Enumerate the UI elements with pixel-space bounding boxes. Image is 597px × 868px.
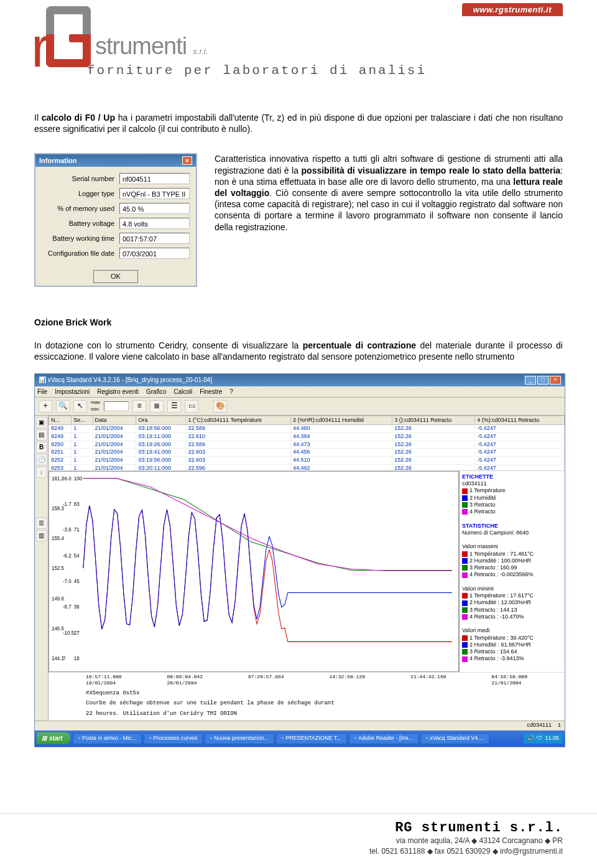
close-button[interactable]: × <box>550 376 561 385</box>
align-right-icon[interactable]: ☰ <box>167 400 181 413</box>
tool-clock-icon[interactable]: 🕐 <box>36 454 47 465</box>
table-row[interactable]: 8252121/01/200403:19:56.00022.60344.5101… <box>49 457 565 465</box>
menu-item[interactable]: Calcoli <box>174 388 192 396</box>
legend-item: 1 Température <box>462 487 562 494</box>
app-icon: ▫ <box>210 735 212 742</box>
table-row[interactable]: 8251121/01/200403:19:41.00022.60344.4561… <box>49 449 565 457</box>
brand-name: strumenti <box>95 33 187 60</box>
align-center-icon[interactable]: ≣ <box>150 400 164 413</box>
toolbar: + 🔍 ↖ max min ≡ ≣ ☰ ▭ 🎨 <box>35 398 565 416</box>
cursor-icon[interactable]: ↖ <box>73 400 87 413</box>
dialog-title: Information <box>39 156 77 165</box>
system-tray[interactable]: 🔊 🛡 11.05 <box>524 734 563 744</box>
plus-icon[interactable]: + <box>39 400 52 413</box>
dialog-row: Battery voltage4.8 volts <box>42 218 190 229</box>
tool-down-icon[interactable]: ↓ <box>36 467 47 478</box>
tool-c-icon[interactable]: ▥ <box>36 530 47 541</box>
dialog-field-label: % of memory used <box>42 204 119 213</box>
maximize-button[interactable]: □ <box>537 376 548 385</box>
table-row[interactable]: 8249121/01/200403:18:56.00022.58944.4601… <box>49 425 565 433</box>
column-header[interactable]: Ora <box>136 416 186 425</box>
layout-icon[interactable]: ▭ <box>185 400 198 413</box>
menu-item[interactable]: Impostazioni <box>55 388 90 396</box>
data-grid[interactable]: N...Se...DataOra1 (°C):cd034111 Températ… <box>49 416 565 471</box>
samples: Numero di Campioni: 8640 <box>462 530 562 536</box>
app-icon: ▫ <box>282 735 284 742</box>
svg-text:27: 27 <box>74 630 80 635</box>
taskbar-item[interactable]: ▫PRESENTAZIONE T... <box>276 733 347 744</box>
column-header[interactable]: Se... <box>72 416 93 425</box>
menu-item[interactable]: Grafico <box>146 388 166 396</box>
dialog-field-label: Logger type <box>42 189 119 198</box>
dialog-field-value: 4.8 volts <box>119 218 190 229</box>
status-n: 1 <box>558 722 561 730</box>
svg-text:54: 54 <box>74 553 80 558</box>
tool-bold-icon[interactable]: B <box>36 442 47 453</box>
dialog-row: Serial numbernf004511 <box>42 173 190 184</box>
footer-contact: tel. 0521 631188 ◆ fax 0521 630929 ◆ inf… <box>0 846 563 857</box>
align-left-icon[interactable]: ≡ <box>132 400 146 413</box>
minimize-button[interactable]: _ <box>525 376 536 385</box>
stat-block-title: Valori medi <box>462 627 562 634</box>
palette-icon[interactable]: 🎨 <box>213 400 227 413</box>
taskbar-item[interactable]: ▫Processes curves <box>144 733 203 744</box>
x-seq-label: #XSequenza Ost5x <box>49 689 565 700</box>
x-tick: 07:20:57.084 <box>248 674 284 687</box>
menu-item[interactable]: Registro eventi <box>97 388 139 396</box>
intro-paragraph: Il calcolo di F0 / Up ha i parametri imp… <box>34 112 563 134</box>
stat-line: 2 Humidité : 12.003%HR <box>462 599 562 606</box>
column-header[interactable]: N... <box>49 416 72 425</box>
dialog-field-value: 45.0 % <box>119 203 190 214</box>
tool-stack-icon[interactable]: ☰ <box>36 518 47 529</box>
x-tick: 10:57:11.000 19/01/2004 <box>86 674 122 687</box>
x-tick: 21:44:43.160 <box>410 674 447 687</box>
svg-text:149.6: 149.6 <box>52 595 64 601</box>
svg-text:152.5: 152.5 <box>52 566 64 571</box>
menu-item[interactable]: File <box>37 388 47 396</box>
column-header[interactable]: 2 (%HR):cd034111 Humidité <box>290 416 392 425</box>
footer-address: via monte aquila, 24/A ◆ 43124 Corcagnan… <box>0 836 563 846</box>
chart-area[interactable]: 161.2158.3155.4152.5149.6146.5144.1-6.0-… <box>49 471 459 672</box>
zoom-icon[interactable]: 🔍 <box>56 400 70 413</box>
stat-line: 1 Température : 17.617°C <box>462 592 562 599</box>
column-header[interactable]: 3 ():cd034111 Retracto <box>392 416 475 425</box>
column-header[interactable]: 1 (°C):cd034111 Température <box>186 416 291 425</box>
column-header[interactable]: 4 (%):cd034111 Retracto <box>475 416 565 425</box>
min-label: min <box>91 406 100 413</box>
svg-text:-1.7: -1.7 <box>63 502 72 507</box>
taskbar-item[interactable]: ▫Adobe Reader - [Ins... <box>349 733 419 744</box>
app-icon: ▫ <box>426 735 428 742</box>
brand-suffix: s.r.l. <box>193 47 208 56</box>
svg-text:155.4: 155.4 <box>52 536 64 541</box>
start-button[interactable]: ⊞ start <box>37 732 70 744</box>
table-row[interactable]: 8253121/01/200403:20:11.00022.59644.4921… <box>49 464 565 471</box>
max-label: max <box>91 399 100 406</box>
tool-b-icon[interactable]: ▤ <box>36 429 47 441</box>
svg-text:-7.0: -7.0 <box>63 579 72 584</box>
stat-line: 2 Humidité : 100.00%HR <box>462 558 562 564</box>
table-row[interactable]: 8249121/01/200403:19:11.00022.61044.3841… <box>49 433 565 441</box>
stat-line: 3 Retracto : 160.99 <box>462 564 562 571</box>
side-panel: ETICHETTEcd0341111 Température2 Humidité… <box>459 471 565 672</box>
stat-line: 1 Température : 39.420°C <box>462 635 562 642</box>
table-row[interactable]: 8250121/01/200403:19:26.00022.58944.4731… <box>49 441 565 449</box>
tool-a-icon[interactable]: ▣ <box>36 417 47 428</box>
column-header[interactable]: Data <box>93 416 136 425</box>
dialog-close-button[interactable]: × <box>182 156 192 165</box>
taskbar-item[interactable]: ▫xVacq Standard V4.... <box>420 733 489 744</box>
taskbar-item[interactable]: ▫Nuova presentazion... <box>205 733 274 744</box>
menu-item[interactable]: Finestre <box>200 388 222 396</box>
stat-line: 2 Humidité : 61.867%HR <box>462 642 562 648</box>
etichette-label: ETICHETTE <box>462 474 562 480</box>
svg-text:45: 45 <box>74 579 80 584</box>
dialog-ok-button[interactable]: OK <box>93 270 138 282</box>
stat-block-title: Valori minimi <box>462 586 562 592</box>
dialog-row: Battery working time0017:57:07 <box>42 233 190 244</box>
taskbar-item[interactable]: ▫Posta in arrivo - Mic... <box>73 733 142 744</box>
menu-item[interactable]: ? <box>229 388 233 396</box>
dialog-field-value: nVQFnl - B3 TYPE II <box>119 188 190 199</box>
dialog-titlebar: Information × <box>35 154 196 167</box>
x-tick: 04:56:50.000 21/01/2004 <box>491 674 527 687</box>
side-id: cd034111 <box>462 480 562 487</box>
min-input[interactable] <box>104 401 129 411</box>
